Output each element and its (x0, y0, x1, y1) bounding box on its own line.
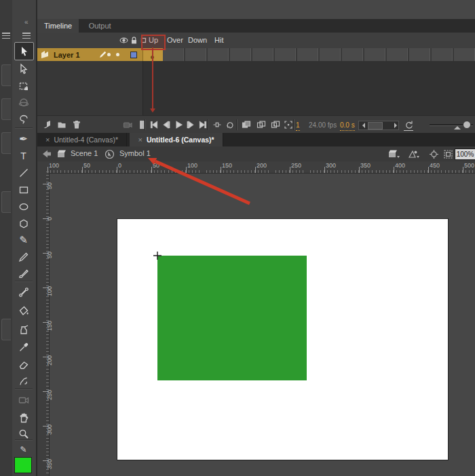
onion-skin-outlines-button[interactable] (256, 119, 266, 130)
text-tool[interactable]: T (14, 147, 33, 164)
layer-visibility-dots[interactable] (107, 53, 119, 56)
frame-label-over[interactable]: Over (167, 36, 183, 44)
docked-panel-edge[interactable] (1, 132, 11, 154)
back-arrow-icon[interactable] (42, 150, 52, 159)
play-button[interactable] (174, 119, 183, 130)
tools-panel-menu-icon[interactable] (22, 33, 31, 39)
collapsed-panel-dock (0, 0, 13, 476)
green-rectangle-shape[interactable] (157, 256, 307, 380)
camera-tool[interactable] (14, 391, 33, 408)
playhead-arrowhead (150, 108, 155, 115)
lasso-tool[interactable] (14, 111, 33, 128)
close-tab-icon[interactable]: × (45, 136, 50, 144)
hand-tool[interactable] (14, 409, 33, 426)
subselection-tool[interactable] (14, 60, 33, 77)
stroke-color-tool[interactable]: ✎ (14, 441, 33, 458)
ruler-label: 150 (46, 321, 53, 331)
go-to-first-frame-button[interactable] (149, 119, 159, 130)
rectangle-tool[interactable] (14, 181, 33, 198)
ink-bottle-tool[interactable] (14, 321, 33, 338)
elapsed-time-value[interactable]: 0.0 s (340, 119, 355, 131)
document-tab-untitled-4[interactable]: × Untitled-4 (Canvas)* (37, 133, 127, 146)
bone-tool[interactable] (14, 283, 33, 300)
breadcrumb-scene[interactable]: Scene 1 (71, 149, 98, 157)
edit-scene-icon[interactable] (388, 149, 398, 159)
pen-tool[interactable]: ✒ (14, 130, 33, 147)
playhead-line[interactable] (152, 47, 153, 110)
eraser-tool[interactable] (14, 356, 33, 373)
scene-clapperboard-icon (57, 149, 67, 159)
ruler-label: 250 (291, 162, 301, 169)
polystar-tool[interactable] (14, 215, 33, 232)
modify-markers-button[interactable] (284, 119, 293, 130)
horizontal-ruler: 100 50 0 50 100 150 200 250 300 350 400 … (49, 161, 475, 174)
paint-bucket-tool[interactable] (14, 302, 33, 319)
ruler-label: 50 (46, 252, 53, 258)
tab-timeline[interactable]: Timeline (37, 19, 79, 33)
edit-multiple-frames-button[interactable] (271, 119, 280, 130)
frame-grid[interactable] (163, 48, 475, 62)
ruler-label: 500 (464, 162, 474, 169)
fill-color-swatch[interactable] (14, 457, 32, 473)
oval-tool[interactable] (14, 198, 33, 215)
ruler-label: 0 (46, 217, 53, 220)
new-layer-button[interactable] (42, 119, 52, 130)
line-tool[interactable] (14, 164, 33, 181)
ruler-tick (428, 167, 429, 173)
layer-icon (41, 50, 51, 59)
camera-button[interactable] (123, 119, 132, 130)
document-tab-untitled-6[interactable]: × Untitled-6 (Canvas)* (130, 133, 223, 146)
delete-layer-button[interactable] (72, 119, 81, 130)
ruler-tick (43, 253, 49, 254)
tab-output[interactable]: Output (82, 19, 118, 33)
scroll-left-icon[interactable] (360, 123, 365, 128)
scrollbar-thumb[interactable] (368, 122, 383, 130)
center-stage-icon[interactable] (429, 149, 439, 159)
step-forward-button[interactable] (186, 119, 195, 130)
classic-brush-tool[interactable] (14, 248, 33, 265)
docked-panel-edge[interactable] (1, 98, 11, 120)
3d-rotation-tool[interactable] (14, 94, 33, 111)
ruler-label: 350 (46, 459, 53, 469)
clip-content-icon[interactable] (443, 149, 453, 159)
paint-brush-tool[interactable] (14, 264, 33, 281)
step-back-button[interactable] (162, 119, 171, 130)
show-hide-layers-icon[interactable] (119, 36, 128, 45)
lock-layers-icon[interactable] (130, 36, 138, 45)
reset-timeline-zoom-button[interactable] (404, 119, 413, 131)
ruler-tick (43, 184, 49, 184)
selection-tool[interactable] (14, 42, 34, 60)
pencil-tool[interactable]: ✎ (14, 231, 33, 248)
current-frame-value[interactable]: 1 (296, 119, 300, 131)
panel-menu-icon[interactable] (2, 33, 10, 39)
timeline-zoom-handle[interactable] (463, 121, 471, 129)
edit-symbol-icon[interactable] (408, 149, 418, 159)
collapse-panel-icon[interactable]: « (24, 18, 28, 26)
new-folder-button[interactable] (57, 119, 66, 130)
center-frame-button[interactable] (212, 119, 222, 130)
ruler-tick (290, 167, 290, 173)
ruler-tick (43, 287, 49, 288)
ruler-tick (151, 167, 152, 173)
stage-zoom-input[interactable]: 100% (455, 148, 475, 160)
onion-skin-button[interactable] (242, 119, 251, 130)
docked-panel-edge[interactable] (1, 319, 11, 340)
width-tool[interactable] (14, 372, 33, 389)
docked-panel-edge[interactable] (1, 191, 11, 213)
go-to-last-frame-button[interactable] (198, 119, 208, 130)
layer-outline-color[interactable] (130, 52, 137, 58)
free-transform-tool[interactable] (14, 77, 33, 94)
close-tab-icon[interactable]: × (138, 136, 142, 144)
eyedropper-tool[interactable] (14, 338, 33, 355)
timeline-scrollbar[interactable] (358, 121, 399, 130)
ruler-tick (324, 167, 325, 173)
docked-panel-edge[interactable] (1, 64, 11, 86)
ruler-label: 400 (395, 162, 405, 169)
layer-name[interactable]: Layer 1 (54, 51, 80, 59)
breadcrumb-symbol[interactable]: Symbol 1 (119, 149, 151, 157)
frame-label-down[interactable]: Down (188, 36, 207, 44)
frame-label-hit[interactable]: Hit (214, 36, 223, 44)
scroll-right-icon[interactable] (394, 123, 400, 128)
layer-row[interactable]: Layer 1 (37, 48, 142, 61)
loop-button[interactable] (225, 119, 235, 130)
